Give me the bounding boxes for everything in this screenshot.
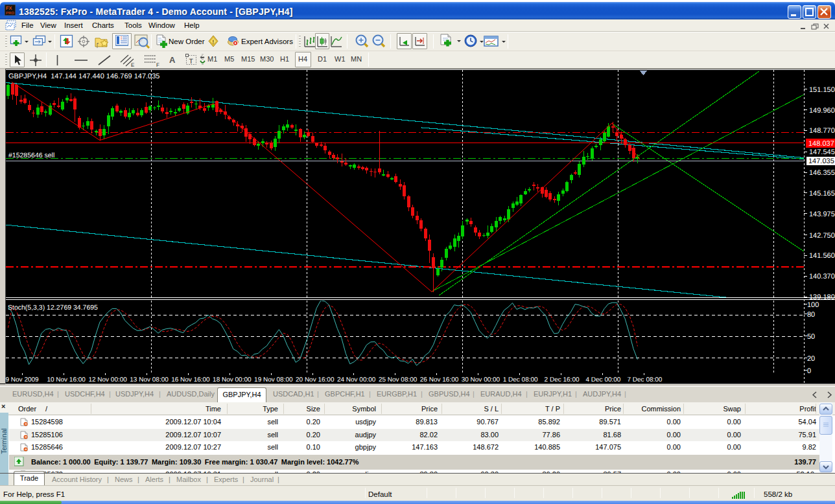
svg-text:100: 100 (807, 301, 819, 309)
svg-text:141.560: 141.560 (809, 252, 835, 260)
svg-text:12 Nov 00:00: 12 Nov 00:00 (88, 376, 127, 384)
svg-text:7 Dec 08:00: 7 Dec 08:00 (628, 376, 663, 384)
svg-text:!: ! (212, 39, 214, 46)
svg-text:Stoch(5,3,3) 12.2769 34.7695: Stoch(5,3,3) 12.2769 34.7695 (8, 304, 98, 312)
svg-text:1 Dec 08:00: 1 Dec 08:00 (503, 376, 538, 384)
svg-text:16 Nov 16:00: 16 Nov 16:00 (171, 376, 210, 384)
svg-text:2 Dec 16:00: 2 Dec 16:00 (545, 376, 580, 384)
svg-text:80: 80 (807, 311, 815, 319)
svg-text:20: 20 (807, 355, 815, 363)
svg-text:146.355: 146.355 (809, 169, 835, 177)
svg-text:147.545: 147.545 (809, 148, 835, 156)
svg-text:4 Dec 00:00: 4 Dec 00:00 (586, 376, 621, 384)
svg-text:0: 0 (807, 367, 811, 375)
svg-text:25 Nov 08:00: 25 Nov 08:00 (379, 376, 418, 384)
svg-text:GBPJPY,H4 147.144 147.440 146: GBPJPY,H4 147.144 147.440 146.769 147.03… (8, 73, 159, 80)
svg-text:50: 50 (807, 333, 815, 341)
svg-text:26 Nov 16:00: 26 Nov 16:00 (420, 376, 459, 384)
svg-text:145.165: 145.165 (809, 190, 835, 198)
svg-text:9 Nov 2009: 9 Nov 2009 (6, 376, 40, 384)
svg-text:139.180: 139.180 (809, 293, 835, 301)
svg-text:20 Nov 16:00: 20 Nov 16:00 (296, 376, 335, 384)
svg-text:T: T (189, 58, 194, 65)
svg-text:30 Nov 00:00: 30 Nov 00:00 (462, 376, 500, 384)
svg-text:#15285646 sell: #15285646 sell (8, 152, 54, 159)
svg-text:149.960: 149.960 (809, 107, 835, 115)
svg-text:18 Nov 00:00: 18 Nov 00:00 (213, 376, 252, 384)
svg-text:148.770: 148.770 (809, 127, 835, 135)
svg-text:13 Nov 08:00: 13 Nov 08:00 (130, 376, 169, 384)
svg-text:PRO: PRO (6, 11, 14, 16)
svg-text:FX: FX (6, 5, 12, 11)
svg-text:151.150: 151.150 (809, 86, 835, 94)
svg-text:F: F (156, 62, 159, 68)
svg-text:19 Nov 08:00: 19 Nov 08:00 (254, 376, 293, 384)
svg-text:142.750: 142.750 (809, 232, 835, 240)
svg-text:147.035: 147.035 (808, 157, 834, 165)
svg-text:148.037: 148.037 (808, 140, 834, 148)
svg-text:24 Nov 00:00: 24 Nov 00:00 (337, 376, 376, 384)
svg-text:10 Nov 16:00: 10 Nov 16:00 (47, 376, 86, 384)
svg-text:140.370: 140.370 (809, 273, 835, 281)
svg-text:E: E (131, 62, 134, 68)
svg-text:143.975: 143.975 (809, 211, 835, 218)
